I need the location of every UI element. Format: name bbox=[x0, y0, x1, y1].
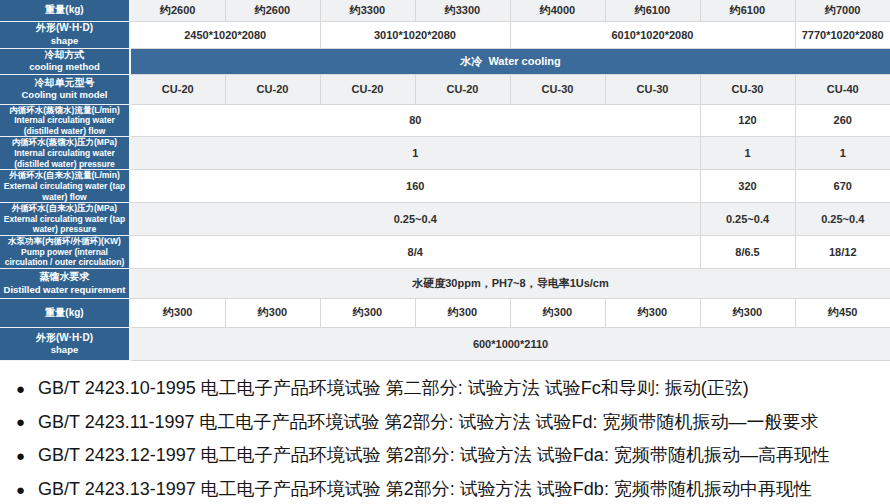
row-label-external-water-flow: 外循环水(自来水)流量(L/min) External circulating … bbox=[0, 170, 130, 203]
row-unit-weight: 重量(kg) 约300 约300 约300 约300 约300 约300 约30… bbox=[0, 298, 890, 327]
table-cell: 0.25~0.4 bbox=[795, 203, 890, 236]
row-external-water-flow: 外循环水(自来水)流量(L/min) External circulating … bbox=[0, 170, 890, 203]
standard-text: GB/T 2423.12-1997 电工电子产品环境试验 第2部分: 试验方法 … bbox=[38, 445, 830, 466]
table-cell: 约300 bbox=[700, 298, 795, 327]
table-cell: CU-20 bbox=[415, 74, 510, 104]
row-label-zh: 内循环水(蒸馏水)流量(L/min) bbox=[2, 105, 127, 116]
list-item: ● GB/T 2423.10-1995 电工电子产品环境试验 第二部分: 试验方… bbox=[16, 378, 890, 399]
row-external-water-pressure: 外循环水(自来水)压力(MPa) External circulating wa… bbox=[0, 203, 890, 236]
standard-text: GB/T 2423.13-1997 电工电子产品环境试验 第2部分: 试验方法 … bbox=[38, 479, 812, 500]
row-label-en: Internal circulating water (distilled wa… bbox=[2, 148, 127, 169]
row-label-en: External circulating water (tap water) f… bbox=[2, 181, 127, 202]
table-cell: 320 bbox=[700, 170, 795, 203]
row-label-en: Internal circulating water (distilled wa… bbox=[2, 115, 127, 136]
table-cell: 1 bbox=[130, 137, 700, 170]
row-label-shape: 外形(W·H·D) shape bbox=[0, 21, 130, 48]
standards-list: ● GB/T 2423.10-1995 电工电子产品环境试验 第二部分: 试验方… bbox=[0, 378, 890, 500]
table-cell: 水硬度30ppm，PH7~8，导电率1Us/cm bbox=[130, 268, 890, 298]
table-cell: 600*1000*2110 bbox=[130, 327, 890, 360]
bullet-icon: ● bbox=[16, 481, 25, 498]
row-label-en: Cooling unit model bbox=[2, 89, 127, 101]
list-item: ● GB/T 2423.13-1997 电工电子产品环境试验 第2部分: 试验方… bbox=[16, 479, 890, 500]
row-internal-water-flow: 内循环水(蒸馏水)流量(L/min) Internal circulating … bbox=[0, 104, 890, 137]
table-cell: 约300 bbox=[415, 298, 510, 327]
row-label-en: Distilled water requirement bbox=[2, 284, 127, 296]
row-label-zh: 外形(W·H·D) bbox=[2, 22, 127, 35]
row-shape: 外形(W·H·D) shape 2450*1020*2080 3010*1020… bbox=[0, 21, 890, 48]
table-cell: 约2600 bbox=[130, 0, 225, 21]
row-cooling-unit-model: 冷却单元型号 Cooling unit model CU-20 CU-20 CU… bbox=[0, 74, 890, 104]
table-cell: 约300 bbox=[130, 298, 225, 327]
table-cell: 7770*1020*2080 bbox=[795, 21, 890, 48]
table-cell: 0.25~0.4 bbox=[700, 203, 795, 236]
row-label-internal-water-pressure: 内循环水(蒸馏水)压力(MPa) Internal circulating wa… bbox=[0, 137, 130, 170]
row-label-weight: 重量(kg) bbox=[0, 0, 130, 21]
table-cell: 1 bbox=[700, 137, 795, 170]
row-internal-water-pressure: 内循环水(蒸馏水)压力(MPa) Internal circulating wa… bbox=[0, 137, 890, 170]
row-cooling-method: 冷却方式 cooling method 水冷 Water cooling bbox=[0, 48, 890, 74]
row-unit-shape: 外形(W·H·D) shape 600*1000*2110 bbox=[0, 327, 890, 360]
table-cell: CU-30 bbox=[700, 74, 795, 104]
table-cell: 80 bbox=[130, 104, 700, 137]
table-cell: 3010*1020*2080 bbox=[320, 21, 510, 48]
row-weight: 重量(kg) 约2600 约2600 约3300 约3300 约4000 约61… bbox=[0, 0, 890, 21]
table-cell: 约2600 bbox=[225, 0, 320, 21]
row-label-zh: 重量(kg) bbox=[2, 307, 127, 320]
table-cell: CU-20 bbox=[320, 74, 415, 104]
table-cell: 约7000 bbox=[795, 0, 890, 21]
row-label-internal-water-flow: 内循环水(蒸馏水)流量(L/min) Internal circulating … bbox=[0, 104, 130, 137]
row-label-unit-weight: 重量(kg) bbox=[0, 298, 130, 327]
table-cell: 120 bbox=[700, 104, 795, 137]
table-cell: 6010*1020*2080 bbox=[510, 21, 795, 48]
row-label-zh: 内循环水(蒸馏水)压力(MPa) bbox=[2, 137, 127, 148]
bullet-icon: ● bbox=[16, 413, 25, 430]
table-cell: 1 bbox=[795, 137, 890, 170]
row-label-zh: 蒸馏水要求 bbox=[2, 271, 127, 284]
row-label-zh: 冷却单元型号 bbox=[2, 77, 127, 90]
table-cell: 0.25~0.4 bbox=[130, 203, 700, 236]
table-cell: 约300 bbox=[510, 298, 605, 327]
table-cell: 260 bbox=[795, 104, 890, 137]
list-item: ● GB/T 2423.11-1997 电工电子产品环境试验 第2部分: 试验方… bbox=[16, 412, 890, 433]
row-label-unit-shape: 外形(W·H·D) shape bbox=[0, 327, 130, 360]
spec-table: 重量(kg) 约2600 约2600 约3300 约3300 约4000 约61… bbox=[0, 0, 890, 361]
row-label-en: External circulating water (tap water) p… bbox=[2, 214, 127, 235]
table-cell: 约6100 bbox=[700, 0, 795, 21]
row-pump-power: 水泵功率(内循环/外循环)(KW) Pump power (internal c… bbox=[0, 236, 890, 269]
row-label-en: Pump power (internal circulation / outer… bbox=[2, 247, 127, 268]
row-label-en: shape bbox=[2, 344, 127, 356]
bullet-icon: ● bbox=[16, 380, 25, 397]
table-cell: CU-20 bbox=[225, 74, 320, 104]
row-label-cooling-unit-model: 冷却单元型号 Cooling unit model bbox=[0, 74, 130, 104]
row-label-en: cooling method bbox=[2, 61, 127, 73]
list-item: ● GB/T 2423.12-1997 电工电子产品环境试验 第2部分: 试验方… bbox=[16, 445, 890, 466]
row-label-zh: 外形(W·H·D) bbox=[2, 332, 127, 345]
table-cell: 约6100 bbox=[605, 0, 700, 21]
row-label-cooling-method: 冷却方式 cooling method bbox=[0, 48, 130, 74]
table-cell: 18/12 bbox=[795, 236, 890, 269]
row-label-pump-power: 水泵功率(内循环/外循环)(KW) Pump power (internal c… bbox=[0, 236, 130, 269]
row-label-zh: 外循环水(自来水)流量(L/min) bbox=[2, 170, 127, 181]
table-cell: CU-30 bbox=[510, 74, 605, 104]
table-cell: 8/4 bbox=[130, 236, 700, 269]
table-cell: 2450*1020*2080 bbox=[130, 21, 320, 48]
table-cell: 约450 bbox=[795, 298, 890, 327]
row-label-zh: 冷却方式 bbox=[2, 49, 127, 62]
table-cell: 8/6.5 bbox=[700, 236, 795, 269]
row-label-zh: 重量(kg) bbox=[2, 4, 127, 17]
standard-text: GB/T 2423.10-1995 电工电子产品环境试验 第二部分: 试验方法 … bbox=[38, 378, 749, 399]
table-cell: 约4000 bbox=[510, 0, 605, 21]
table-cell: CU-40 bbox=[795, 74, 890, 104]
cooling-method-value: 水冷 Water cooling bbox=[130, 48, 890, 74]
table-cell: CU-20 bbox=[130, 74, 225, 104]
table-cell: 160 bbox=[130, 170, 700, 203]
table-cell: 约3300 bbox=[415, 0, 510, 21]
standard-text: GB/T 2423.11-1997 电工电子产品环境试验 第2部分: 试验方法 … bbox=[38, 412, 818, 433]
table-cell: 约3300 bbox=[320, 0, 415, 21]
bullet-icon: ● bbox=[16, 447, 25, 464]
row-label-external-water-pressure: 外循环水(自来水)压力(MPa) External circulating wa… bbox=[0, 203, 130, 236]
row-label-distilled-water-requirement: 蒸馏水要求 Distilled water requirement bbox=[0, 268, 130, 298]
table-cell: 约300 bbox=[225, 298, 320, 327]
table-cell: 约300 bbox=[605, 298, 700, 327]
row-label-zh: 水泵功率(内循环/外循环)(KW) bbox=[2, 236, 127, 247]
